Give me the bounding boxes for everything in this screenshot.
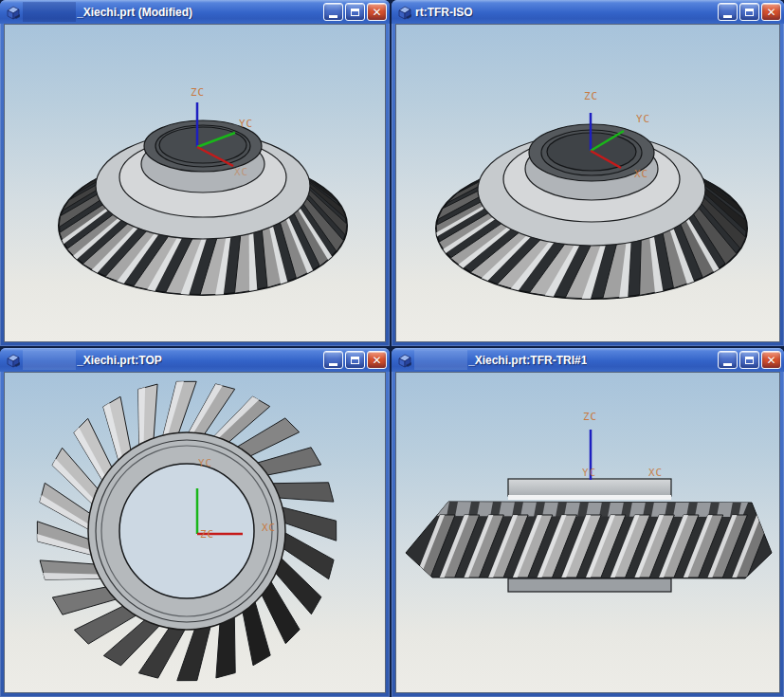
axis-label-yc: YC	[636, 113, 650, 125]
titlebar-patch	[414, 350, 467, 370]
axis-label-zc: ZC	[584, 90, 598, 102]
3d-viewport[interactable]: ZCYCXC	[4, 372, 386, 693]
window-titlebar[interactable]: rt:TFR-ISO ✕	[392, 0, 784, 24]
axis-label-zc: ZC	[583, 411, 597, 423]
3d-viewport[interactable]: ZCYCXC	[395, 372, 780, 693]
maximize-button[interactable]	[345, 3, 365, 21]
window-title: _Xiechi.prt:TOP	[77, 354, 162, 367]
minimize-button[interactable]	[323, 351, 343, 369]
maximize-icon	[745, 9, 754, 16]
part-file-icon[interactable]	[396, 353, 412, 368]
gear-3d-view-iso[interactable]: ZCYCXC	[396, 25, 779, 341]
close-icon: ✕	[766, 355, 775, 366]
close-icon: ✕	[766, 7, 775, 18]
window-titlebar[interactable]: _Xiechi.prt:TOP ✕	[0, 348, 390, 372]
viewport-window-1: _Xiechi.prt (Modified) ✕ ZCYCXC	[0, 0, 390, 346]
axis-label-xc: XC	[648, 467, 663, 479]
axis-label-zc: ZC	[200, 528, 214, 541]
titlebar-patch	[23, 350, 76, 370]
gear-3d-view-iso[interactable]: ZCYCXC	[5, 25, 385, 341]
close-button[interactable]: ✕	[367, 351, 387, 369]
close-button[interactable]: ✕	[761, 3, 781, 21]
gear-3d-view-front[interactable]: ZCYCXC	[396, 373, 779, 692]
close-button[interactable]: ✕	[367, 3, 387, 21]
close-icon: ✕	[372, 7, 381, 18]
viewport-window-2: rt:TFR-ISO ✕ ZCYCXC	[392, 0, 784, 346]
viewport-window-3: _Xiechi.prt:TOP ✕ ZCYCXC	[0, 348, 390, 697]
maximize-icon	[745, 357, 754, 364]
axis-label-xc: XC	[262, 522, 276, 534]
minimize-icon	[329, 363, 337, 366]
maximize-button[interactable]	[345, 351, 365, 369]
minimize-icon	[329, 15, 337, 18]
minimize-button[interactable]	[718, 3, 738, 21]
axis-label-xc: XC	[234, 166, 248, 178]
window-title: _Xiechi.prt:TFR-TRI#1	[468, 354, 587, 367]
axis-label-zc: ZC	[191, 86, 205, 99]
gear-3d-view-top[interactable]: ZCYCXC	[5, 373, 385, 692]
part-file-icon[interactable]	[5, 353, 21, 368]
part-file-icon[interactable]	[396, 5, 412, 20]
maximize-button[interactable]	[739, 351, 759, 369]
window-titlebar[interactable]: _Xiechi.prt (Modified) ✕	[0, 0, 390, 24]
3d-viewport[interactable]: ZCYCXC	[4, 24, 386, 342]
close-button[interactable]: ✕	[761, 351, 781, 369]
titlebar-patch	[23, 2, 76, 22]
axis-label-yc: YC	[582, 467, 596, 479]
minimize-button[interactable]	[323, 3, 343, 21]
workspace: _Xiechi.prt (Modified) ✕ ZCYCXC rt:TFR-I…	[0, 0, 784, 697]
minimize-icon	[723, 15, 732, 18]
3d-viewport[interactable]: ZCYCXC	[395, 24, 780, 342]
part-file-icon[interactable]	[5, 5, 21, 20]
maximize-icon	[351, 357, 359, 364]
axis-label-yc: YC	[239, 118, 253, 130]
window-title: rt:TFR-ISO	[415, 6, 473, 19]
window-title: _Xiechi.prt (Modified)	[77, 6, 192, 19]
axis-label-xc: XC	[634, 168, 648, 180]
minimize-button[interactable]	[718, 351, 738, 369]
close-icon: ✕	[372, 355, 381, 366]
minimize-icon	[723, 363, 732, 366]
viewport-window-4: _Xiechi.prt:TFR-TRI#1 ✕ ZCYCXC	[392, 348, 784, 697]
axis-label-yc: YC	[198, 457, 212, 469]
maximize-icon	[351, 9, 359, 16]
window-titlebar[interactable]: _Xiechi.prt:TFR-TRI#1 ✕	[392, 348, 784, 372]
maximize-button[interactable]	[739, 3, 759, 21]
